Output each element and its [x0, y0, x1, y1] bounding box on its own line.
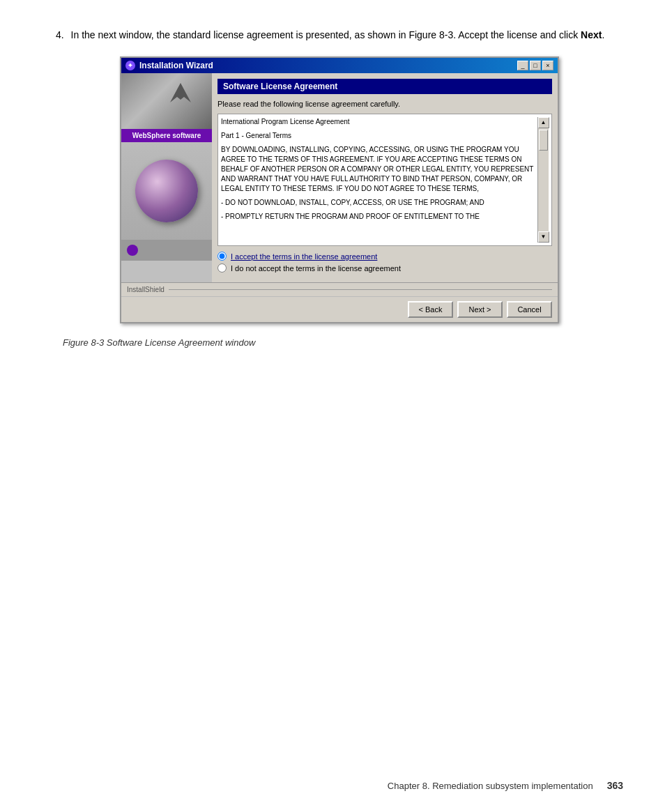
page-footer: Chapter 8. Remediation subsystem impleme… [388, 780, 623, 791]
license-panel: Software License Agreement Please read t… [212, 73, 558, 282]
scroll-down-arrow[interactable]: ▼ [538, 231, 549, 243]
instruction-text-after: . [602, 29, 604, 40]
scrollbar: ▲ ▼ [537, 117, 549, 243]
dialog-title: Installation Wizard [139, 61, 213, 70]
ws-image-top [121, 73, 212, 129]
titlebar-buttons: _ □ × [517, 61, 553, 70]
license-text-content: International Program License Agreement … [221, 117, 537, 243]
back-button[interactable]: < Back [408, 301, 453, 318]
close-button[interactable]: × [542, 61, 553, 70]
installshield-bar: InstallShield [121, 282, 558, 296]
step-number: 4. [56, 29, 64, 40]
scrollbar-track[interactable] [538, 128, 549, 231]
instruction-paragraph: 4. In the next window, the standard lice… [56, 28, 623, 43]
accept-radio-option[interactable]: I accept the terms in the license agreem… [217, 252, 552, 261]
license-bullet1: - DO NOT DOWNLOAD, INSTALL, COPY, ACCESS… [221, 198, 537, 208]
radio-options: I accept the terms in the license agreem… [217, 250, 552, 274]
installation-wizard-dialog: ✦ Installation Wizard _ □ × WebSphere so… [120, 56, 559, 323]
installshield-label: InstallShield [127, 286, 165, 293]
ws-sphere [135, 160, 198, 222]
ws-bottom-icon [127, 245, 138, 256]
instruction-text-before: In the next window, the standard license… [71, 29, 581, 40]
decline-radio-option[interactable]: I do not accept the terms in the license… [217, 263, 552, 273]
dialog-titlebar: ✦ Installation Wizard _ □ × [121, 58, 558, 73]
minimize-button[interactable]: _ [517, 61, 528, 70]
license-body: BY DOWNLOADING, INSTALLING, COPYING, ACC… [221, 145, 537, 194]
installshield-line [169, 289, 552, 290]
page-number: 363 [607, 780, 623, 791]
ws-bottom-bar [121, 240, 212, 261]
dialog-icon: ✦ [125, 61, 135, 70]
chapter-text: Chapter 8. Remediation subsystem impleme… [388, 781, 593, 791]
next-button[interactable]: Next > [457, 301, 503, 318]
license-bullet2: - PROMPTLY RETURN THE PROGRAM AND PROOF … [221, 212, 537, 222]
license-subtitle: Please read the following license agreem… [217, 98, 552, 109]
decline-radio[interactable] [217, 263, 227, 273]
instruction-bold: Next [581, 29, 602, 40]
license-text-box[interactable]: International Program License Agreement … [217, 114, 552, 246]
websphere-label: WebSphere software [121, 129, 212, 142]
bird-shape [163, 80, 198, 108]
titlebar-left: ✦ Installation Wizard [125, 61, 213, 70]
figure-caption: Figure 8-3 Software License Agreement wi… [56, 337, 623, 348]
scrollbar-thumb[interactable] [539, 130, 548, 151]
license-part1: Part 1 - General Terms [221, 131, 537, 141]
license-header: Software License Agreement [217, 79, 552, 94]
accept-radio[interactable] [217, 252, 227, 261]
cancel-button[interactable]: Cancel [507, 301, 552, 318]
scroll-up-arrow[interactable]: ▲ [538, 117, 549, 128]
dialog-body: WebSphere software Software License Agre… [121, 73, 558, 282]
decline-radio-label: I do not accept the terms in the license… [231, 264, 401, 273]
restore-button[interactable]: □ [530, 61, 541, 70]
license-heading: International Program License Agreement [221, 117, 537, 127]
websphere-panel: WebSphere software [121, 73, 212, 282]
ws-sphere-area [121, 142, 212, 240]
accept-radio-label: I accept the terms in the license agreem… [231, 252, 377, 261]
dialog-buttons-area: < Back Next > Cancel [121, 296, 558, 322]
